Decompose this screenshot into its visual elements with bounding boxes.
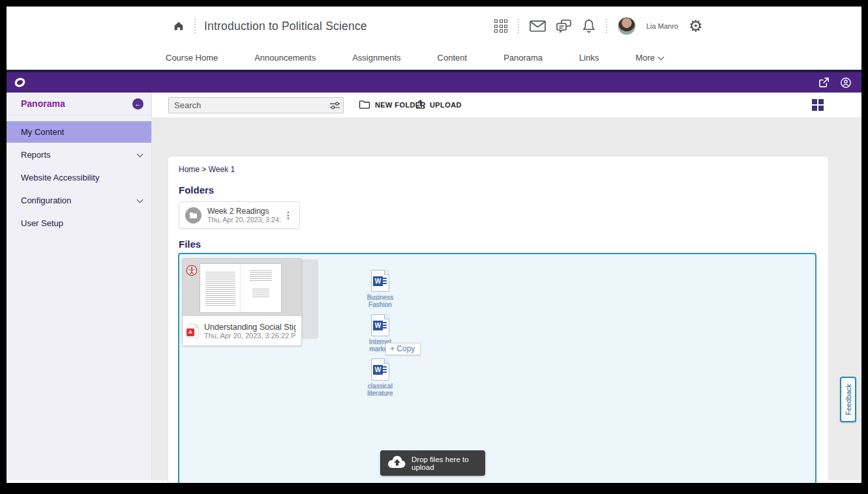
chevron-down-icon <box>137 151 143 157</box>
drag-copy-badge: + Copy <box>385 343 421 355</box>
chevron-down-icon <box>658 53 665 60</box>
nav-assignments[interactable]: Assignments <box>352 53 400 63</box>
sidebar: Panorama ← My Content Reports Website Ac… <box>7 93 152 480</box>
left-arrow-icon: ← <box>134 100 142 108</box>
folders-heading: Folders <box>179 184 214 196</box>
avatar[interactable] <box>618 17 636 35</box>
folder-card-text: Week 2 Readings Thu, Apr 20, 2023, 3:24:… <box>207 207 281 224</box>
external-link-icon[interactable] <box>817 76 830 89</box>
sidebar-header: Panorama ← <box>7 93 151 115</box>
sidebar-item-my-content[interactable]: My Content <box>7 121 151 143</box>
grid-view-icon[interactable] <box>812 99 824 111</box>
bell-icon[interactable] <box>582 19 595 33</box>
folder-timestamp: Thu, Apr 20, 2023, 3:24:59 PM <box>207 216 281 224</box>
cloud-upload-icon <box>387 455 406 471</box>
sidebar-item-label: My Content <box>21 127 64 137</box>
search-input[interactable] <box>169 100 326 110</box>
app-launcher-icon[interactable] <box>494 20 507 33</box>
sidebar-item-user-setup[interactable]: User Setup <box>7 212 151 234</box>
drag-ghost-file: W classical literature <box>359 358 401 397</box>
kebab-menu-icon[interactable]: ⋮ <box>281 210 295 220</box>
header-divider <box>194 19 196 33</box>
header-divider <box>606 19 607 33</box>
feedback-label: Feedback <box>845 384 852 415</box>
pdf-icon: A <box>188 324 199 338</box>
nav-more[interactable]: More <box>635 53 663 63</box>
folder-name: Week 2 Readings <box>207 207 281 216</box>
word-doc-icon: W <box>371 270 389 292</box>
upload-icon <box>415 99 425 111</box>
feedback-tab[interactable]: Feedback <box>840 377 856 422</box>
nav-course-home[interactable]: Course Home <box>166 53 218 63</box>
sidebar-title: Panorama <box>21 98 65 109</box>
sidebar-item-configuration[interactable]: Configuration <box>7 190 151 211</box>
chevron-down-icon <box>137 196 143 203</box>
thumbnail-page <box>241 264 281 312</box>
sidebar-item-reports[interactable]: Reports <box>7 144 151 166</box>
sidebar-item-website-accessibility[interactable]: Website Accessibility <box>7 167 151 188</box>
page-title: Introduction to Political Science <box>204 20 367 33</box>
top-header: Introduction to Political Science Lia Ma… <box>7 7 861 46</box>
nav-links[interactable]: Links <box>579 53 599 63</box>
chat-icon[interactable] <box>556 19 572 33</box>
home-icon[interactable] <box>172 19 186 33</box>
file-dropzone[interactable]: A Understanding Social Stigm... Thu, Apr… <box>178 253 816 483</box>
folder-card[interactable]: Week 2 Readings Thu, Apr 20, 2023, 3:24:… <box>179 201 300 229</box>
brand-bar-actions <box>817 72 852 93</box>
file-card[interactable]: A Understanding Social Stigm... Thu, Apr… <box>182 258 302 346</box>
nav-content[interactable]: Content <box>438 53 468 63</box>
folder-circle-icon <box>185 207 202 224</box>
accessibility-icon[interactable] <box>186 265 198 276</box>
workspace: Home > Week 1 Folders Week 2 Readings Th… <box>152 117 861 480</box>
gear-icon[interactable]: ⚙ <box>689 18 703 34</box>
file-name: Understanding Social Stigm... <box>204 323 296 332</box>
files-heading: Files <box>179 239 201 250</box>
sidebar-item-label: User Setup <box>21 218 63 228</box>
sidebar-item-label: Reports <box>21 150 51 160</box>
collapse-sidebar-button[interactable]: ← <box>132 98 143 109</box>
user-name: Lia Manro <box>646 22 678 30</box>
sidebar-item-label: Website Accessibility <box>21 173 99 182</box>
header-right: Lia Manro ⚙ <box>494 7 702 46</box>
drag-ghost-file: W Business Fashion <box>359 270 401 308</box>
sidebar-menu: My Content Reports Website Accessibility… <box>7 115 151 235</box>
pdf-thumbnail <box>183 259 301 317</box>
search-box <box>168 97 344 113</box>
folder-icon <box>359 100 370 111</box>
main-area: NEW FOLDER UPLOAD Home > Week 1 Folders <box>152 93 861 480</box>
drag-ghost-label: classical literature <box>359 383 401 397</box>
word-doc-icon: W <box>371 358 389 381</box>
filter-icon[interactable] <box>326 101 343 110</box>
nav-announcements[interactable]: Announcements <box>254 53 316 63</box>
drop-message: Drop files here to upload <box>412 456 479 471</box>
nav-panorama[interactable]: Panorama <box>503 53 543 63</box>
drag-ghost-label: Business Fashion <box>359 294 401 308</box>
nav-more-label: More <box>635 53 655 63</box>
account-icon[interactable] <box>839 76 852 89</box>
window-frame: Introduction to Political Science Lia Ma… <box>0 0 868 494</box>
app-window: Introduction to Political Science Lia Ma… <box>7 7 861 483</box>
content-toolbar: NEW FOLDER UPLOAD <box>152 93 861 117</box>
course-nav: Course Home Announcements Assignments Co… <box>7 46 861 72</box>
content-card: Home > Week 1 Folders Week 2 Readings Th… <box>168 156 829 483</box>
drop-files-hint: Drop files here to upload <box>380 450 485 476</box>
thumbnail-page <box>200 264 241 312</box>
header-divider <box>518 19 519 33</box>
header-left: Introduction to Political Science <box>172 7 367 46</box>
upload-label: UPLOAD <box>430 101 462 109</box>
breadcrumb[interactable]: Home > Week 1 <box>179 165 235 174</box>
file-meta: A Understanding Social Stigm... Thu, Apr… <box>183 316 301 345</box>
word-doc-icon: W <box>371 314 389 336</box>
mail-icon[interactable] <box>530 20 546 32</box>
yuja-logo-icon <box>12 74 28 93</box>
upload-button[interactable]: UPLOAD <box>415 93 462 117</box>
sidebar-item-label: Configuration <box>21 196 71 205</box>
file-timestamp: Thu, Apr 20, 2023, 3:26:22 PM <box>204 332 296 340</box>
app-body: Panorama ← My Content Reports Website Ac… <box>7 93 861 480</box>
panorama-brand-bar <box>7 72 861 93</box>
